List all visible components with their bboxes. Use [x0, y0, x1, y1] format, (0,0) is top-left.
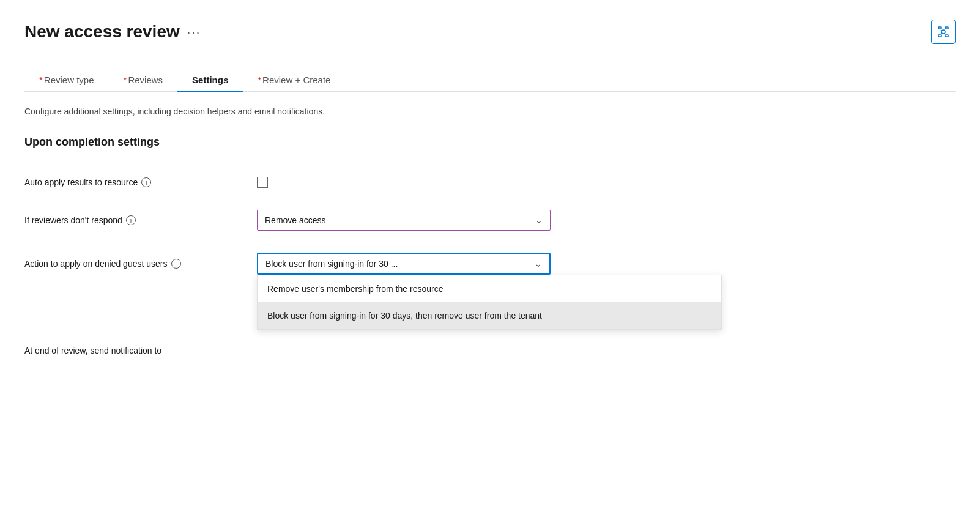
reviewers-respond-label: If reviewers don't respond i	[24, 215, 257, 225]
tab-review-type[interactable]: *Review type	[24, 69, 109, 91]
page-container: New access review ··· *Review type *Revi…	[0, 0, 980, 386]
chevron-down-icon: ⌄	[535, 215, 543, 225]
dropdown-option-remove-membership[interactable]: Remove user's membership from the resour…	[258, 275, 721, 302]
denied-guest-dropdown-wrapper: Block user from signing-in for 30 ... ⌄ …	[257, 253, 551, 275]
required-star: *	[124, 75, 127, 85]
denied-guest-dropdown[interactable]: Block user from signing-in for 30 ... ⌄	[257, 253, 551, 275]
title-area: New access review ···	[24, 22, 201, 42]
svg-rect-3	[945, 35, 948, 37]
required-star: *	[39, 75, 43, 85]
notification-label: At end of review, send notification to	[24, 346, 257, 355]
tab-reviews[interactable]: *Reviews	[109, 69, 178, 91]
camera-button[interactable]	[931, 20, 956, 44]
reviewers-respond-row: If reviewers don't respond i Remove acce…	[24, 199, 956, 242]
section-title: Upon completion settings	[24, 136, 956, 149]
more-options-icon[interactable]: ···	[187, 25, 201, 39]
auto-apply-row: Auto apply results to resource i	[24, 166, 956, 199]
svg-point-4	[941, 30, 945, 34]
notification-row: At end of review, send notification to	[24, 335, 956, 366]
auto-apply-checkbox[interactable]	[257, 177, 268, 188]
chevron-down-icon: ⌄	[535, 259, 542, 269]
header-row: New access review ···	[24, 20, 956, 44]
page-title: New access review	[24, 22, 180, 42]
svg-rect-0	[938, 27, 941, 29]
denied-guest-dropdown-menu: Remove user's membership from the resour…	[257, 275, 722, 330]
dropdown-option-block-signing[interactable]: Block user from signing-in for 30 days, …	[258, 302, 721, 329]
page-subtitle: Configure additional settings, including…	[24, 106, 956, 116]
tab-settings[interactable]: Settings	[177, 69, 243, 91]
denied-guest-label: Action to apply on denied guest users i	[24, 253, 257, 269]
svg-rect-2	[938, 35, 941, 37]
reviewers-respond-dropdown[interactable]: Remove access ⌄	[257, 210, 551, 231]
denied-guest-info-icon[interactable]: i	[171, 259, 181, 269]
settings-form: Auto apply results to resource i If revi…	[24, 166, 956, 366]
reviewers-respond-info-icon[interactable]: i	[126, 215, 136, 225]
svg-rect-1	[945, 27, 948, 29]
auto-apply-label: Auto apply results to resource i	[24, 177, 257, 187]
denied-guest-row: Action to apply on denied guest users i …	[24, 242, 956, 286]
required-star: *	[258, 75, 261, 85]
tabs-row: *Review type *Reviews Settings *Review +…	[24, 69, 956, 92]
tab-review-create[interactable]: *Review + Create	[243, 69, 345, 91]
auto-apply-info-icon[interactable]: i	[141, 177, 151, 187]
